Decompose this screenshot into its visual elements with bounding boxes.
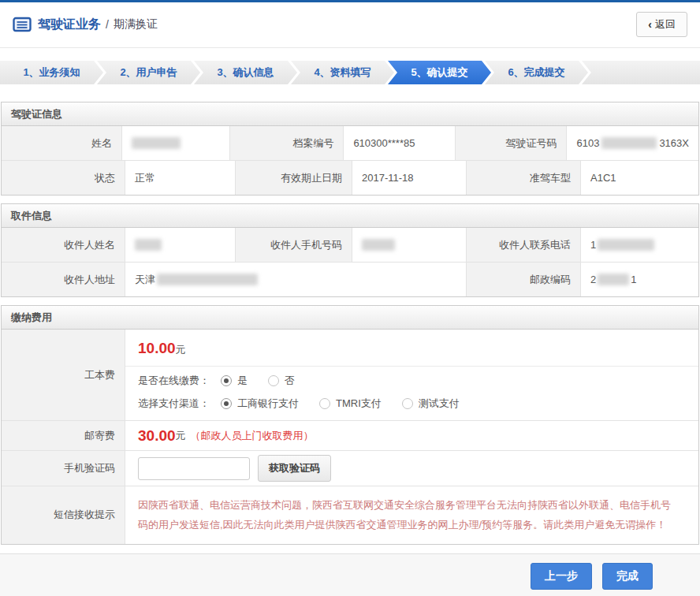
radio-icon — [221, 375, 232, 386]
radio-label: 是 — [237, 374, 248, 388]
license-number-value: 6103 3163X — [567, 126, 698, 160]
step-item-2: 2、用户申告 — [97, 61, 200, 84]
name-label: 姓名 — [2, 126, 122, 160]
vehicle-type-label: 准驾车型 — [467, 161, 581, 195]
postal-code-value: 2 1 — [581, 263, 698, 296]
postage-content: 30.00元 （邮政人员上门收取费用） — [125, 421, 698, 450]
postal-code-prefix: 2 — [590, 274, 596, 285]
radio-channel-icbc[interactable]: 工商银行支付 — [221, 397, 299, 411]
step-item-6: 6、完成提交 — [485, 61, 588, 84]
postage-unit: 元 — [176, 429, 186, 443]
redacted-value — [362, 239, 395, 251]
captcha-label: 手机验证码 — [2, 451, 125, 486]
step-nav-filler — [582, 61, 700, 84]
recipient-phone-value: 1 — [581, 228, 698, 262]
name-value — [122, 126, 230, 160]
sms-hint-label: 短信接收提示 — [2, 486, 125, 544]
fee-row: 工本费 10.00元 是否在线缴费： 是 否 选择支付渠道： — [2, 330, 698, 420]
recipient-phone-prefix: 1 — [590, 239, 596, 251]
redacted-value — [598, 239, 654, 251]
fee-content: 10.00元 是否在线缴费： 是 否 选择支付渠道： 工商银行支付 — [125, 330, 698, 420]
radio-label: 工商银行支付 — [237, 397, 299, 411]
radio-icon — [319, 398, 330, 409]
footer-action-bar: 上一步 完成 — [0, 553, 700, 596]
radio-icon — [268, 375, 279, 386]
redacted-value — [132, 137, 181, 149]
license-number-suffix: 3163X — [659, 137, 689, 149]
captcha-content: 获取验证码 — [125, 451, 698, 486]
fee-unit: 元 — [176, 344, 186, 356]
pay-channel-line: 选择支付渠道： 工商银行支付 TMRI支付 测试支付 — [125, 389, 698, 420]
recipient-mobile-label: 收件人手机号码 — [236, 228, 352, 262]
license-number-label: 驾驶证号码 — [456, 126, 568, 160]
page-title: 驾驶证业务 — [38, 17, 101, 33]
finish-button[interactable]: 完成 — [602, 563, 653, 590]
step-item-5-active: 5、确认提交 — [388, 61, 491, 84]
recipient-address-prefix: 天津 — [135, 273, 155, 287]
pickup-section-title: 取件信息 — [2, 204, 698, 228]
table-row: 状态 正常 有效期止日期 2017-11-18 准驾车型 A1C1 — [2, 160, 698, 195]
recipient-name-label: 收件人姓名 — [2, 228, 125, 262]
postage-label: 邮寄费 — [2, 421, 125, 450]
redacted-value — [601, 137, 657, 149]
radio-label: 测试支付 — [419, 397, 460, 411]
radio-channel-test[interactable]: 测试支付 — [402, 397, 460, 411]
get-captcha-button[interactable]: 获取验证码 — [258, 455, 331, 482]
file-number-label: 档案编号 — [230, 126, 344, 160]
radio-online-pay-no[interactable]: 否 — [268, 374, 295, 388]
form-list-icon — [13, 17, 32, 32]
radio-online-pay-yes[interactable]: 是 — [221, 374, 248, 388]
license-number-prefix: 6103 — [576, 137, 599, 149]
sms-hint-row: 短信接收提示 因陕西省联通、电信运营商技术问题，陕西省互联网交通安全综合服务管理… — [2, 486, 698, 544]
postal-code-label: 邮政编码 — [467, 263, 581, 296]
table-row: 姓名 档案编号 610300****85 驾驶证号码 6103 3163X — [2, 126, 698, 160]
redacted-value — [598, 274, 629, 285]
expiry-date-label: 有效期止日期 — [236, 161, 352, 195]
fee-label: 工本费 — [2, 330, 125, 420]
back-button-label: 返回 — [655, 17, 676, 32]
sms-hint-text: 因陕西省联通、电信运营商技术问题，陕西省互联网交通安全综合服务管理平台无法向持陕… — [125, 486, 698, 544]
page-subtitle: 期满换证 — [114, 17, 158, 32]
status-label: 状态 — [2, 161, 125, 195]
recipient-address-label: 收件人地址 — [2, 263, 125, 296]
online-pay-question: 是否在线缴费： — [138, 374, 210, 388]
radio-icon — [221, 398, 232, 409]
redacted-value — [157, 274, 258, 285]
radio-icon — [402, 398, 413, 409]
recipient-name-value — [125, 228, 236, 262]
license-info-section: 驾驶证信息 姓名 档案编号 610300****85 驾驶证号码 6103 31… — [1, 102, 699, 196]
fee-amount: 10.00 — [138, 340, 176, 356]
captcha-row: 手机验证码 获取验证码 — [2, 450, 698, 486]
postal-code-suffix: 1 — [631, 274, 636, 285]
payment-section: 缴纳费用 工本费 10.00元 是否在线缴费： 是 否 选择支付渠道： — [1, 305, 699, 545]
step-navigation: 1、业务须知 2、用户申告 3、确认信息 4、资料填写 5、确认提交 6、完成提… — [0, 61, 700, 84]
postage-row: 邮寄费 30.00元 （邮政人员上门收取费用） — [2, 420, 698, 450]
pickup-info-section: 取件信息 收件人姓名 收件人手机号码 收件人联系电话 1 收件人地址 天津 邮政… — [1, 203, 699, 297]
license-section-title: 驾驶证信息 — [2, 102, 698, 126]
file-number-value: 610300****85 — [344, 126, 456, 160]
pay-channel-question: 选择支付渠道： — [138, 397, 210, 411]
prev-step-button[interactable]: 上一步 — [531, 563, 592, 590]
captcha-input[interactable] — [138, 457, 250, 480]
fee-price-line: 10.00元 — [125, 330, 698, 366]
status-value: 正常 — [125, 161, 236, 195]
table-row: 收件人姓名 收件人手机号码 收件人联系电话 1 — [2, 228, 698, 262]
step-item-3: 3、确认信息 — [194, 61, 297, 84]
redacted-value — [135, 239, 162, 251]
radio-channel-tmri[interactable]: TMRI支付 — [319, 397, 382, 411]
postage-note: （邮政人员上门收取费用） — [191, 429, 314, 443]
radio-label: 否 — [285, 374, 295, 388]
recipient-mobile-value — [352, 228, 467, 262]
breadcrumb-separator: / — [106, 18, 109, 31]
payment-section-title: 缴纳费用 — [2, 306, 698, 330]
online-pay-line: 是否在线缴费： 是 否 — [125, 367, 698, 389]
chevron-left-icon: ‹ — [648, 19, 652, 30]
step-item-4: 4、资料填写 — [291, 61, 394, 84]
recipient-phone-label: 收件人联系电话 — [467, 228, 581, 262]
back-button[interactable]: ‹ 返回 — [636, 12, 687, 37]
page-header: 驾驶证业务 / 期满换证 ‹ 返回 — [0, 2, 700, 48]
recipient-address-value: 天津 — [125, 263, 467, 296]
postage-amount: 30.00 — [138, 427, 176, 445]
vehicle-type-value: A1C1 — [581, 161, 698, 195]
radio-label: TMRI支付 — [336, 397, 382, 411]
